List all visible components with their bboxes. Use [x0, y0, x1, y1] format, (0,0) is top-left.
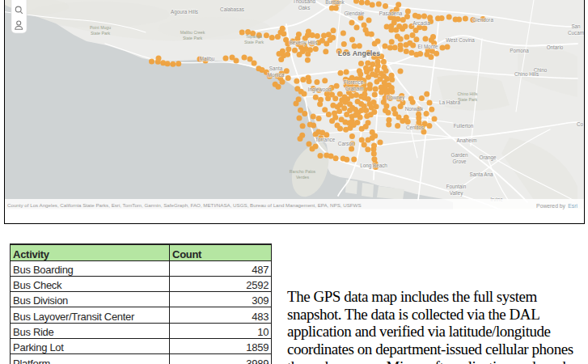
svg-text:Ontario: Ontario: [546, 44, 563, 50]
svg-text:Fullerton: Fullerton: [453, 123, 473, 129]
svg-text:Carson: Carson: [337, 141, 354, 146]
svg-text:Glendora: Glendora: [472, 17, 493, 23]
svg-text:Malibu Creek: Malibu Creek: [180, 30, 205, 35]
svg-text:Long Beach: Long Beach: [360, 163, 387, 169]
svg-text:State Park: State Park: [90, 31, 110, 36]
svg-text:Rancho Palos: Rancho Palos: [289, 169, 315, 174]
svg-text:Agoura Hills: Agoura Hills: [171, 9, 198, 15]
svg-text:Anaheim: Anaheim: [456, 138, 476, 143]
svg-text:Chino Hills: Chino Hills: [514, 71, 538, 77]
svg-text:Arcadia: Arcadia: [412, 20, 430, 26]
svg-text:Inglewood: Inglewood: [307, 87, 331, 93]
svg-text:Point Mugu: Point Mugu: [89, 25, 110, 30]
svg-text:Valley: Valley: [449, 190, 463, 197]
svg-text:Oaks: Oaks: [298, 5, 310, 11]
svg-text:Florence-: Florence-: [343, 79, 365, 85]
svg-text:San: San: [571, 23, 581, 29]
svg-text:Santa: Santa: [269, 66, 282, 71]
svg-text:Malibu: Malibu: [199, 56, 214, 61]
svg-text:Orange: Orange: [479, 154, 497, 161]
svg-text:Cerritos: Cerritos: [405, 125, 423, 130]
svg-text:Los Angeles: Los Angeles: [337, 49, 379, 57]
svg-text:West Covina: West Covina: [446, 37, 475, 43]
svg-text:County of Los Angeles, Califor: County of Los Angeles, California State …: [7, 202, 362, 208]
svg-text:El Monte: El Monte: [417, 44, 438, 49]
svg-text:Grove: Grove: [452, 159, 467, 164]
svg-text:Torrance: Torrance: [315, 137, 335, 142]
svg-text:Cucam: Cucam: [568, 30, 584, 36]
svg-text:Pomona: Pomona: [510, 48, 529, 53]
svg-text:Monica: Monica: [267, 72, 284, 78]
svg-text:Powered by: Powered by: [536, 203, 565, 210]
svg-text:Beverly Hills: Beverly Hills: [289, 40, 317, 46]
svg-text:Esri: Esri: [568, 203, 577, 209]
svg-text:Burbank: Burbank: [325, 0, 345, 5]
svg-text:Graham: Graham: [345, 86, 363, 91]
svg-text:La Habra: La Habra: [439, 99, 460, 105]
svg-text:State Park: State Park: [182, 36, 202, 40]
svg-text:Santa Ana: Santa Ana: [469, 171, 493, 177]
svg-text:Topanga: Topanga: [246, 34, 262, 39]
svg-text:Thousand: Thousand: [292, 0, 315, 4]
svg-text:Co: Co: [576, 121, 583, 127]
svg-text:State Park: State Park: [457, 97, 477, 102]
svg-text:Pasadena: Pasadena: [379, 11, 402, 16]
svg-text:State Park: State Park: [243, 40, 264, 44]
svg-text:Downey: Downey: [386, 95, 405, 101]
svg-text:Fountain: Fountain: [446, 184, 466, 189]
svg-text:Garden: Garden: [451, 152, 468, 158]
svg-text:Calabasas: Calabasas: [220, 6, 244, 12]
svg-text:Glendale: Glendale: [344, 11, 365, 16]
svg-text:Norwalk: Norwalk: [404, 106, 424, 112]
svg-text:Verdes: Verdes: [295, 175, 309, 180]
svg-text:Chino Hills: Chino Hills: [457, 91, 477, 96]
